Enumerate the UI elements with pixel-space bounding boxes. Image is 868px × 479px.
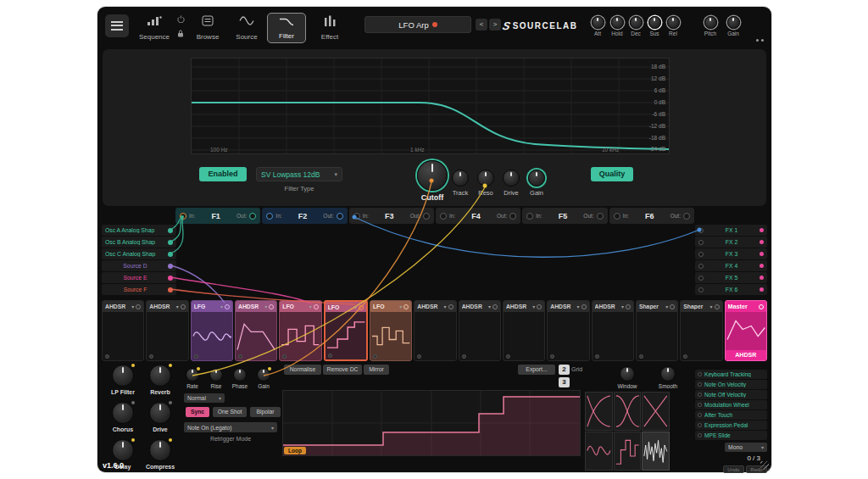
preset-prev-button[interactable]: <: [476, 19, 487, 31]
mod-input-row[interactable]: Modulation Wheel: [695, 400, 767, 409]
fx-row[interactable]: FX 1: [695, 225, 767, 236]
mod-output-port[interactable]: [759, 304, 764, 309]
track-knob[interactable]: [452, 170, 469, 187]
resize-handle[interactable]: [760, 461, 769, 470]
lfo-mode-dropdown[interactable]: Normal: [184, 393, 225, 403]
fx-in-port[interactable]: [698, 287, 704, 292]
mod-input-port[interactable]: [194, 354, 198, 359]
normalise-button[interactable]: Normalise: [284, 365, 321, 375]
compress-knob[interactable]: Compress: [142, 439, 179, 470]
lp-filter-knob[interactable]: LP Filter: [104, 365, 142, 395]
modulator-slot-13[interactable]: Shaper▾: [636, 300, 678, 361]
wave-preset-noise[interactable]: [642, 432, 670, 471]
tab-effect[interactable]: Effect: [313, 13, 347, 43]
tab-browse[interactable]: Browse: [191, 13, 225, 43]
fx-row[interactable]: FX 4: [695, 260, 767, 271]
mod-output-port[interactable]: [403, 304, 409, 309]
filter-in-port[interactable]: [353, 213, 360, 220]
mod-input-port[interactable]: [328, 354, 332, 358]
filter-out-port[interactable]: [509, 213, 516, 220]
export-button[interactable]: Export...: [518, 365, 555, 375]
rise-knob[interactable]: [209, 368, 223, 382]
modulator-slot-4[interactable]: AHDSR▾: [235, 300, 277, 361]
wave-display[interactable]: [282, 390, 581, 456]
env-decay-knob[interactable]: Dec: [626, 16, 645, 36]
reverb-knob[interactable]: Reverb: [142, 365, 179, 395]
grid-x-box[interactable]: 2: [559, 365, 570, 375]
filter-in-port[interactable]: [614, 213, 620, 220]
modulator-slot-5[interactable]: LFO▾: [279, 300, 321, 361]
tab-sequence[interactable]: Sequence: [135, 13, 174, 43]
env-sustain-knob[interactable]: Sus: [645, 16, 664, 36]
tab-filter[interactable]: Filter: [267, 13, 306, 43]
filter-in-port[interactable]: [180, 213, 186, 220]
mod-output-port[interactable]: [181, 304, 186, 309]
mod-input-port[interactable]: [698, 433, 702, 437]
sync-button[interactable]: Sync: [186, 407, 209, 417]
master-gain-knob[interactable]: Gain: [724, 16, 743, 36]
mod-input-row[interactable]: MPE Slide: [695, 431, 767, 440]
mod-input-port[interactable]: [698, 393, 702, 397]
mod-input-row[interactable]: Keyboard Tracking: [695, 370, 767, 379]
mod-output-port[interactable]: [670, 304, 675, 309]
mod-input-port[interactable]: [698, 413, 702, 417]
filter-type-dropdown[interactable]: SV Lowpass 12dB: [256, 167, 342, 181]
bipolar-button[interactable]: Bipolar: [250, 407, 281, 417]
fx-out-port[interactable]: [760, 240, 764, 244]
fx-out-port[interactable]: [760, 264, 764, 268]
source-row[interactable]: Osc A Analog Shap: [102, 225, 176, 236]
modulator-slot-1[interactable]: AHDSR▾: [102, 300, 144, 361]
source-row[interactable]: Source F: [102, 284, 176, 295]
mod-input-port[interactable]: [506, 354, 510, 359]
mod-input-row[interactable]: Note Off Velocity: [695, 390, 767, 399]
filter-out-port[interactable]: [337, 213, 343, 220]
filter-gain-knob[interactable]: [528, 170, 545, 187]
retrigger-dropdown[interactable]: Note On (Legato): [184, 422, 277, 432]
mod-input-port[interactable]: [698, 382, 702, 387]
mod-output-port[interactable]: [492, 304, 498, 309]
filter-enabled-toggle[interactable]: Enabled: [199, 167, 247, 181]
filter-out-port[interactable]: [423, 213, 430, 220]
chorus-knob[interactable]: Chorus: [104, 402, 142, 432]
phase-knob[interactable]: [233, 368, 247, 382]
filter-out-port[interactable]: [249, 213, 256, 220]
mod-output-port[interactable]: [314, 304, 319, 309]
filter-out-port[interactable]: [683, 213, 690, 220]
remove-dc-button[interactable]: Remove DC: [323, 365, 362, 375]
modulator-slot-master[interactable]: MasterAHDSR: [725, 300, 767, 361]
rate-knob[interactable]: [186, 368, 199, 382]
quality-button[interactable]: Quality: [591, 167, 633, 181]
fx-row[interactable]: FX 5: [695, 272, 767, 283]
wave-preset-steps[interactable]: [614, 432, 642, 471]
wave-preset-ramp[interactable]: [642, 392, 670, 431]
lfo-gain-knob[interactable]: [257, 368, 270, 382]
mod-output-port[interactable]: [225, 304, 230, 309]
mod-output-port[interactable]: [359, 305, 364, 310]
fx-in-port[interactable]: [698, 228, 704, 233]
filter-in-port[interactable]: [440, 213, 447, 220]
loop-tag[interactable]: Loop: [284, 447, 306, 454]
source-port[interactable]: [168, 287, 173, 292]
drive-knob[interactable]: [503, 170, 520, 187]
power-icon[interactable]: [177, 15, 185, 23]
source-row[interactable]: Osc B Analog Shap: [102, 237, 176, 248]
mod-input-port[interactable]: [595, 354, 599, 359]
fx-in-port[interactable]: [698, 240, 704, 245]
filter-slot-f6[interactable]: In: F6 Out:: [609, 208, 694, 224]
wave-preset-exp[interactable]: [585, 392, 613, 431]
modulator-slot-11[interactable]: AHDSR▾: [547, 300, 589, 361]
source-row[interactable]: Source E: [102, 272, 176, 283]
source-port[interactable]: [168, 276, 173, 281]
modulator-slot-6-selected[interactable]: LFO▾: [324, 300, 368, 361]
undo-button[interactable]: Undo: [723, 465, 744, 473]
modulator-slot-10[interactable]: AHDSR▾: [503, 300, 545, 361]
mod-output-port[interactable]: [448, 304, 453, 309]
filter-out-port[interactable]: [597, 213, 604, 220]
mod-input-port[interactable]: [105, 354, 109, 359]
lock-icon[interactable]: [177, 30, 184, 37]
wave-preset-sine[interactable]: [585, 432, 613, 471]
pitch-knob[interactable]: Pitch: [701, 16, 720, 36]
mod-input-port[interactable]: [373, 354, 377, 359]
fx-in-port[interactable]: [698, 264, 704, 269]
mod-input-port[interactable]: [238, 354, 242, 359]
